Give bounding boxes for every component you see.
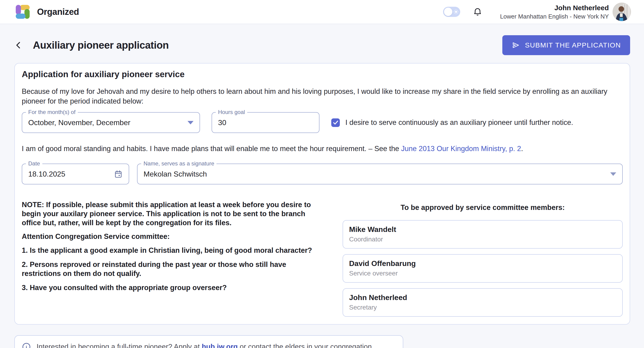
period-fields-row: For the month(s) of October, November, D…	[22, 112, 623, 133]
committee-member-card[interactable]: Mike Wandelt Coordinator	[342, 220, 623, 249]
attention-heading: Attention Congregation Service committee…	[22, 232, 320, 241]
footer-text-after: or contact the elders in your congregati…	[238, 343, 374, 348]
user-info[interactable]: John Netherleed Lower Manhattan English …	[500, 4, 609, 20]
info-icon	[22, 342, 31, 348]
chevron-down-icon	[188, 121, 194, 124]
sun-icon	[454, 9, 458, 14]
member-name: Mike Wandelt	[349, 225, 616, 234]
app-logo-icon	[14, 4, 31, 20]
user-congregation: Lower Manhattan English - New York NY	[500, 13, 609, 20]
hours-goal-input[interactable]: Hours goal 30	[212, 112, 320, 133]
committee-member-card[interactable]: David Offenbarung Service overseer	[342, 254, 623, 283]
kingdom-ministry-link[interactable]: June 2013 Our Kingdom Ministry, p. 2	[401, 145, 521, 153]
page-title: Auxiliary pioneer application	[33, 39, 169, 51]
months-select-value: October, November, December	[28, 118, 130, 127]
committee-column: To be approved by service committee memb…	[342, 200, 623, 317]
chevron-left-icon	[14, 41, 23, 50]
member-role: Service overseer	[349, 270, 616, 277]
date-value: 18.10.2025	[28, 170, 65, 178]
send-icon	[512, 41, 520, 49]
submit-application-button[interactable]: SUBMIT THE APPLICATION	[502, 35, 630, 55]
back-button[interactable]	[14, 41, 23, 50]
moral-text: I am of good moral standing and habits. …	[22, 145, 401, 153]
toggle-knob-icon	[444, 8, 452, 16]
signature-fields-row: Date 18.10.2025 Name, serves as a signat…	[22, 164, 623, 184]
bell-icon	[473, 7, 482, 17]
hours-goal-label: Hours goal	[216, 109, 247, 115]
chevron-down-icon	[610, 172, 616, 176]
name-signature-select[interactable]: Name, serves as a signature Mekolan Schw…	[137, 164, 623, 184]
name-signature-value: Mekolan Schwitsch	[144, 170, 207, 178]
question-3: 3. Have you consulted with the appropria…	[22, 283, 320, 292]
user-name: John Netherleed	[500, 4, 609, 12]
footer-text: Interested in becoming a full-time pione…	[36, 343, 374, 348]
avatar-photo	[612, 3, 631, 21]
question-1: 1. Is the applicant a good example in Ch…	[22, 246, 320, 255]
checkmark-icon	[333, 120, 339, 126]
moral-statement: I am of good moral standing and habits. …	[22, 145, 623, 153]
note-paragraph: NOTE: If possible, please submit this ap…	[22, 200, 320, 227]
hub-jw-org-link[interactable]: hub.jw.org	[202, 343, 238, 348]
card-heading: Application for auxiliary pioneer servic…	[22, 70, 623, 79]
page-title-row: Auxiliary pioneer application SUBMIT THE…	[14, 35, 630, 55]
theme-toggle[interactable]	[443, 7, 460, 17]
committee-heading: To be approved by service committee memb…	[342, 203, 623, 212]
date-input[interactable]: Date 18.10.2025	[22, 164, 129, 184]
committee-member-list: Mike Wandelt Coordinator David Offenbaru…	[342, 220, 623, 317]
application-card: Application for auxiliary pioneer servic…	[14, 63, 630, 324]
hours-goal-value: 30	[218, 118, 226, 127]
member-name: David Offenbarung	[349, 259, 616, 268]
months-select-label: For the month(s) of	[26, 109, 78, 115]
member-role: Secretary	[349, 304, 616, 311]
committee-member-card[interactable]: John Netherleed Secretary	[342, 288, 623, 317]
full-time-pioneer-info-box: Interested in becoming a full-time pione…	[14, 335, 403, 348]
continuous-service-label[interactable]: I desire to serve continuously as an aux…	[346, 118, 573, 127]
months-select[interactable]: For the month(s) of October, November, D…	[22, 112, 200, 133]
continuous-service-option: I desire to serve continuously as an aux…	[331, 118, 573, 127]
user-avatar[interactable]	[612, 3, 631, 21]
intro-paragraph: Because of my love for Jehovah and my de…	[22, 87, 614, 106]
calendar-icon[interactable]	[114, 170, 123, 178]
app-header: Organized John Netherleed Lower Man	[0, 0, 644, 24]
footer-text-before: Interested in becoming a full-time pione…	[36, 343, 202, 348]
submit-button-label: SUBMIT THE APPLICATION	[525, 41, 621, 49]
member-name: John Netherleed	[349, 293, 616, 302]
date-label: Date	[26, 160, 42, 167]
member-role: Coordinator	[349, 236, 616, 243]
moral-text-end: .	[521, 145, 523, 153]
question-2: 2. Persons reproved or reinstated during…	[22, 260, 320, 278]
continuous-service-checkbox[interactable]	[331, 118, 340, 127]
notes-column: NOTE: If possible, please submit this ap…	[22, 200, 320, 317]
name-signature-label: Name, serves as a signature	[141, 160, 216, 167]
app-name: Organized	[37, 7, 79, 17]
notifications-button[interactable]	[473, 7, 482, 17]
